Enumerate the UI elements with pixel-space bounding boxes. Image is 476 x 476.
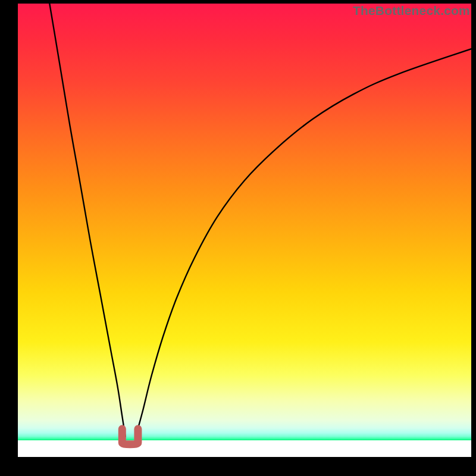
left-curve <box>49 4 125 437</box>
watermark-label: TheBottleneck.com <box>353 4 470 18</box>
chart-stage: TheBottleneck.com <box>0 0 476 476</box>
curves-svg <box>18 4 471 457</box>
minimum-u-marker-icon <box>122 429 138 444</box>
right-curve <box>136 49 471 437</box>
plot-area <box>18 4 471 457</box>
